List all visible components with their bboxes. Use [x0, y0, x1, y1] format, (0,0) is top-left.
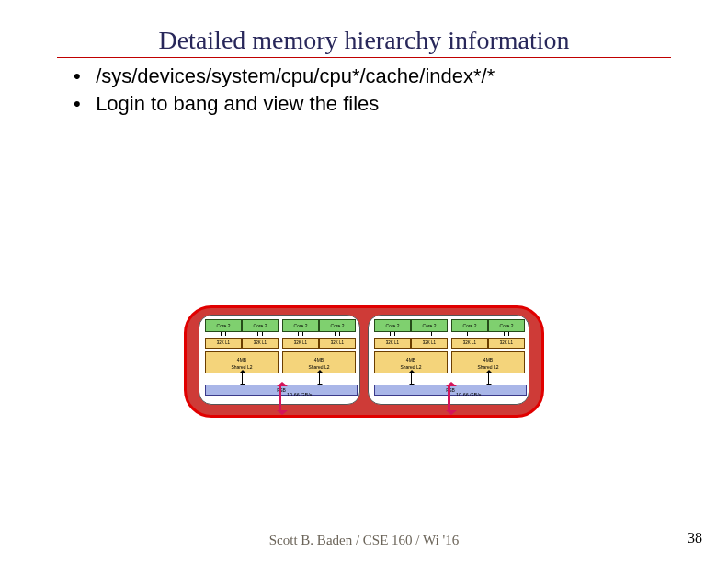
- arrow-icon: [319, 373, 320, 384]
- bullet-item: • /sys/devices/system/cpu/cpu*/cache/ind…: [74, 63, 495, 90]
- memory-hierarchy-diagram: Core 2 Core 2 32K L1 32K L1 4MB Shared L…: [184, 305, 544, 453]
- core-box: Core 2: [488, 319, 525, 332]
- l2-line1: 4MB: [483, 357, 493, 362]
- title-underline: [57, 57, 671, 58]
- l2-line1: 4MB: [314, 357, 324, 362]
- core-box: Core 2: [319, 319, 356, 332]
- l1-cache-box: 32K L1: [488, 338, 525, 349]
- l1-cache-box: 32K L1: [242, 338, 279, 349]
- bullet-text: /sys/devices/system/cpu/cpu*/cache/index…: [96, 64, 495, 87]
- arrow-icon: [242, 373, 243, 384]
- core-box: Core 2: [205, 319, 242, 332]
- slide: Detailed memory hierarchy information • …: [0, 0, 728, 563]
- core-box: Core 2: [451, 319, 488, 332]
- page-title: Detailed memory hierarchy information: [0, 26, 728, 55]
- arrow-icon: [488, 373, 489, 384]
- memory-bus-arrow-icon: [279, 386, 281, 410]
- core-box: Core 2: [242, 319, 279, 332]
- l1-cache-box: 32K L1: [205, 338, 242, 349]
- core-box: Core 2: [282, 319, 319, 332]
- core-group: Core 2 Core 2 32K L1 32K L1 4MB Shared L…: [282, 319, 356, 373]
- mem-bandwidth-label: 10.66 GB/s: [456, 392, 482, 397]
- l1-cache-box: 32K L1: [451, 338, 488, 349]
- bullet-text: Login to bang and view the files: [96, 92, 379, 115]
- memory-bus-arrow-icon: [448, 386, 450, 410]
- core-box: Core 2: [411, 319, 448, 332]
- l1-cache-box: 32K L1: [282, 338, 319, 349]
- mem-bandwidth-label: 10.66 GB/s: [287, 392, 313, 397]
- l2-line1: 4MB: [237, 357, 246, 362]
- core-group: Core 2 Core 2 32K L1 32K L1 4MB Shared L…: [451, 319, 525, 373]
- l1-cache-box: 32K L1: [411, 338, 448, 349]
- core-group: Core 2 Core 2 32K L1 32K L1 4MB Shared L…: [374, 319, 448, 373]
- bullet-dot: •: [74, 63, 90, 90]
- l1-cache-box: 32K L1: [319, 338, 356, 349]
- bullet-item: • Login to bang and view the files: [74, 90, 495, 118]
- page-number: 38: [688, 530, 702, 546]
- core-group: Core 2 Core 2 32K L1 32K L1 4MB Shared L…: [205, 319, 279, 373]
- l1-cache-box: 32K L1: [374, 338, 411, 349]
- bullet-list: • /sys/devices/system/cpu/cpu*/cache/ind…: [74, 63, 495, 117]
- bullet-dot: •: [74, 90, 90, 118]
- core-box: Core 2: [374, 319, 411, 332]
- arrow-icon: [411, 373, 412, 384]
- footer-text: Scott B. Baden / CSE 160 / Wi '16: [0, 533, 728, 548]
- l2-line1: 4MB: [406, 357, 415, 362]
